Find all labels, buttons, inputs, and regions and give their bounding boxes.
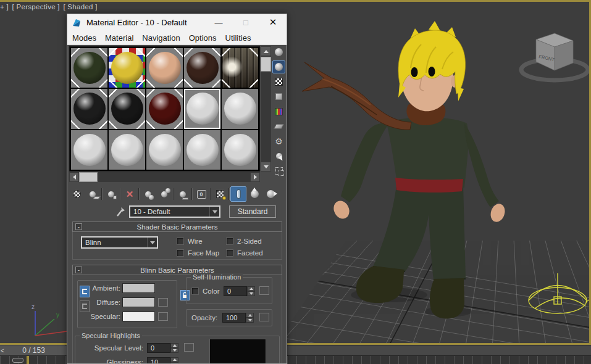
scroll-right-button[interactable] xyxy=(250,172,260,182)
material-map-navigator-button[interactable] xyxy=(272,164,285,177)
material-slot[interactable] xyxy=(222,89,258,128)
backlight-button[interactable] xyxy=(272,60,285,73)
spin-down-button[interactable] xyxy=(247,291,255,296)
viewport-pov-menu[interactable]: [ Perspective ] xyxy=(12,3,60,10)
make-preview-button[interactable] xyxy=(272,120,285,133)
red-sash[interactable] xyxy=(395,178,463,192)
show-shaded-material-in-viewport-button[interactable] xyxy=(212,186,228,202)
current-frame-marker[interactable] xyxy=(27,356,29,364)
right-arm[interactable] xyxy=(464,123,499,207)
video-color-check-button[interactable] xyxy=(272,105,285,118)
material-type-button[interactable]: Standard xyxy=(229,205,276,218)
self-illum-spinner[interactable]: 0 xyxy=(224,286,255,296)
scroll-up-button[interactable] xyxy=(261,46,271,56)
shader-type-dropdown[interactable]: Blinn xyxy=(81,236,158,249)
faceted-checkbox[interactable] xyxy=(226,249,233,257)
close-button[interactable]: ✕ xyxy=(262,14,283,30)
menu-modes[interactable]: Modes xyxy=(72,33,96,43)
material-slot[interactable] xyxy=(184,48,220,88)
pants[interactable] xyxy=(373,185,466,280)
material-slot[interactable] xyxy=(109,48,145,88)
opacity-map-button[interactable] xyxy=(259,313,269,321)
specular-level-value[interactable]: 0 xyxy=(147,343,170,353)
spin-up-button[interactable] xyxy=(246,313,254,318)
opacity-value[interactable]: 100 xyxy=(222,313,246,323)
material-slot[interactable] xyxy=(71,130,107,170)
wire-checkbox[interactable] xyxy=(177,238,184,245)
go-forward-to-sibling-button[interactable] xyxy=(262,186,279,202)
material-slot-bitmap[interactable] xyxy=(222,48,258,88)
sample-type-button[interactable] xyxy=(272,46,285,59)
scroll-left-button[interactable] xyxy=(69,172,79,182)
time-slider-handle[interactable]: < 0 / 153 xyxy=(0,345,65,355)
specular-level-spinner[interactable]: 0 xyxy=(147,343,178,353)
make-material-copy-button[interactable] xyxy=(140,186,156,202)
vertical-scroll-thumb[interactable] xyxy=(261,57,271,72)
spin-down-button[interactable] xyxy=(170,348,178,353)
menu-utilities[interactable]: Utilities xyxy=(225,33,251,43)
reset-map-button[interactable]: ✕ xyxy=(122,186,138,202)
show-end-result-button[interactable] xyxy=(230,186,246,202)
two-sided-checkbox[interactable] xyxy=(226,238,233,245)
horizontal-scroll-thumb[interactable] xyxy=(79,172,98,182)
left-arm[interactable] xyxy=(341,123,389,202)
glossiness-value[interactable]: 10 xyxy=(147,357,170,364)
self-illum-color-checkbox[interactable] xyxy=(191,287,199,295)
material-id-channel-button[interactable]: 0 xyxy=(193,186,209,202)
put-to-library-button[interactable] xyxy=(175,186,191,202)
menu-options[interactable]: Options xyxy=(189,33,217,43)
menu-material[interactable]: Material xyxy=(105,33,133,43)
character-model[interactable] xyxy=(302,21,507,318)
self-illum-map-button[interactable] xyxy=(259,286,269,295)
go-to-parent-button[interactable] xyxy=(246,186,262,202)
specular-level-map-button[interactable] xyxy=(184,343,194,352)
get-material-button[interactable] xyxy=(69,186,85,202)
window-titlebar[interactable]: Material Editor - 10 - Default — □ ✕ xyxy=(67,14,287,31)
viewport-general-menu[interactable]: [ + ] xyxy=(0,3,9,10)
material-slot[interactable] xyxy=(109,89,145,128)
spin-up-button[interactable] xyxy=(170,357,178,362)
spin-up-button[interactable] xyxy=(170,343,178,348)
blinn-rollout-header[interactable]: - Blinn Basic Parameters xyxy=(72,265,282,275)
sample-uv-tiling-button[interactable] xyxy=(272,90,285,103)
self-illum-value[interactable]: 0 xyxy=(224,286,247,296)
specular-map-button[interactable] xyxy=(158,312,168,321)
shader-rollout-header[interactable]: - Shader Basic Parameters xyxy=(72,221,282,232)
track-bar-range[interactable] xyxy=(12,358,23,363)
specular-color-swatch[interactable] xyxy=(122,312,155,321)
glossiness-spinner[interactable]: 10 xyxy=(147,357,178,364)
face-map-checkbox[interactable] xyxy=(177,249,184,257)
material-slot[interactable] xyxy=(146,89,183,128)
viewport-shading-menu[interactable]: [ Shaded ] xyxy=(63,3,97,10)
pick-material-eyedropper-icon[interactable] xyxy=(115,205,127,218)
opacity-spinner[interactable]: 100 xyxy=(222,313,254,323)
diffuse-map-button[interactable] xyxy=(158,298,168,307)
material-slot[interactable] xyxy=(184,130,220,170)
assign-material-to-selection-button[interactable] xyxy=(103,186,119,202)
material-slot[interactable] xyxy=(146,130,183,170)
options-button[interactable]: ⚙ xyxy=(272,134,285,147)
spin-down-button[interactable] xyxy=(246,318,254,323)
right-shoe[interactable] xyxy=(430,278,464,318)
material-slot[interactable] xyxy=(71,48,107,88)
make-unique-button[interactable] xyxy=(156,186,172,202)
material-slot[interactable] xyxy=(146,48,183,88)
ambient-color-swatch[interactable] xyxy=(122,283,155,293)
spin-up-button[interactable] xyxy=(247,286,255,291)
put-material-to-scene-button[interactable] xyxy=(85,186,101,202)
diffuse-color-swatch[interactable] xyxy=(122,297,155,307)
select-by-material-button[interactable] xyxy=(272,149,285,162)
dropdown-arrow[interactable] xyxy=(147,238,157,247)
background-button[interactable] xyxy=(272,75,285,88)
minimize-button[interactable]: — xyxy=(208,14,229,30)
palette-vertical-scrollbar[interactable] xyxy=(261,46,271,172)
collapse-icon[interactable]: - xyxy=(75,223,82,230)
previous-frame-arrow-icon[interactable]: < xyxy=(0,347,6,354)
maximize-button[interactable]: □ xyxy=(235,14,256,30)
scroll-down-button[interactable] xyxy=(261,162,271,172)
material-slot-selected[interactable] xyxy=(184,89,220,128)
viewcube[interactable]: FRONT xyxy=(521,33,588,80)
dropdown-arrow[interactable] xyxy=(209,207,219,217)
palette-horizontal-scrollbar[interactable] xyxy=(69,172,260,182)
collapse-icon[interactable]: - xyxy=(75,267,82,273)
